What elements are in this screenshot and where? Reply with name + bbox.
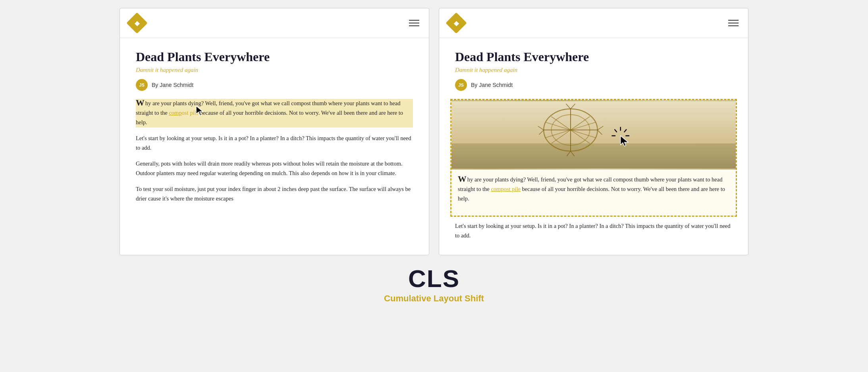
panels-container: ◆ Dead Plants Everywhere Damnit it happe… [17,8,851,255]
right-diamond-icon: ◆ [454,19,459,27]
svg-rect-2 [451,144,736,169]
left-author-name: By Jane Schmidt [152,82,193,88]
left-article-title: Dead Plants Everywhere [136,49,413,64]
right-shifted-content: Why are your plants dying? Well, friend,… [451,170,736,216]
right-compost-link[interactable]: compost pile [491,186,521,192]
right-image-container: Why are your plants dying? Well, friend,… [450,99,737,217]
tumbleweed-svg [451,100,736,170]
right-panel-header: ◆ [439,8,748,38]
right-author-avatar: JS [455,79,467,91]
left-panel-content: Dead Plants Everywhere Damnit it happene… [120,38,429,218]
right-panel-content: Dead Plants Everywhere Damnit it happene… [439,38,748,255]
right-article-title: Dead Plants Everywhere [455,49,732,64]
left-para-3: Generally, pots with holes will drain mo… [136,159,413,178]
right-logo[interactable]: ◆ [446,12,467,34]
left-article-body: Why are your plants dying? Well, friend,… [136,99,413,203]
left-compost-link[interactable]: compost pile [169,110,199,116]
left-para-4: To test your soil moisture, just put you… [136,185,413,204]
svg-marker-0 [196,106,203,116]
left-author-row: JS By Jane Schmidt [136,79,413,91]
left-cursor-icon [195,105,204,120]
hamburger-line-2 [409,23,419,23]
left-article-subtitle: Damnit it happened again [136,67,413,73]
right-hamburger-menu[interactable] [728,20,739,26]
left-logo[interactable]: ◆ [126,12,148,34]
right-hamburger-line-2 [728,23,739,23]
right-drop-cap: W [458,175,467,184]
right-article-subtitle: Damnit it happened again [455,67,732,73]
cls-title-text: CLS [384,266,484,291]
right-panel: ◆ Dead Plants Everywhere Damnit it happe… [439,8,748,255]
cls-subtitle-text: Cumulative Layout Shift [384,293,484,304]
left-hamburger-menu[interactable] [409,20,419,26]
left-author-avatar: JS [136,79,148,91]
right-author-row: JS By Jane Schmidt [455,79,732,91]
hamburger-line-3 [409,25,419,26]
right-below-shift-content: Let's start by looking at your setup. Is… [455,217,732,241]
diamond-icon: ◆ [135,19,139,27]
right-hamburger-line-3 [728,25,739,26]
right-author-name: By Jane Schmidt [471,82,513,88]
tumbleweed-image [451,100,736,170]
hamburger-line-1 [409,20,419,21]
left-para-2: Let's start by looking at your setup. Is… [136,134,413,153]
left-panel: ◆ Dead Plants Everywhere Damnit it happe… [120,8,429,255]
right-article-body: Why are your plants dying? Well, friend,… [458,175,729,204]
right-para-1: Why are your plants dying? Well, friend,… [458,175,729,204]
bottom-label: CLS Cumulative Layout Shift [384,266,484,308]
right-para-2: Let's start by looking at your setup. Is… [455,222,732,241]
left-para-1-drop-cap: W [136,99,145,108]
left-para-1: Why are your plants dying? Well, friend,… [136,99,413,127]
left-panel-header: ◆ [120,8,429,38]
right-hamburger-line-1 [728,20,739,21]
